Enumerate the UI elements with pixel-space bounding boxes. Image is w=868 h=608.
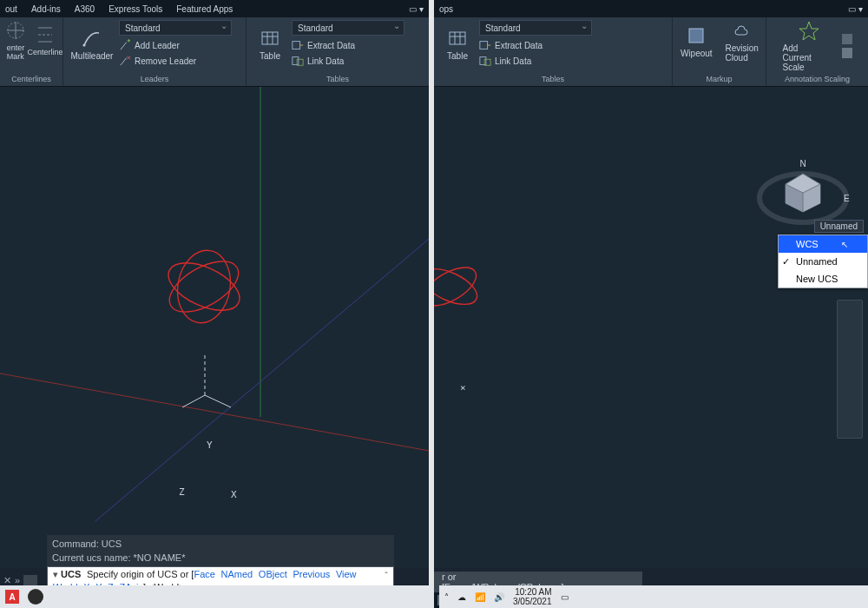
tab-ops[interactable]: ops (439, 4, 453, 14)
table-style-dropdown-left[interactable]: Standard (292, 20, 404, 36)
svg-point-33 (434, 260, 482, 314)
axis-y-label: Y (207, 439, 213, 451)
right-pane: ops ▭ ▾ Table Standard (434, 0, 868, 608)
clock-date: 3/05/2021 (513, 597, 552, 606)
table-style-dropdown-right[interactable]: Standard (479, 20, 592, 36)
tray-volume-icon[interactable]: 🔊 (494, 592, 504, 602)
link-data-button-right[interactable]: Link Data (479, 54, 592, 68)
tab-a360[interactable]: A360 (75, 4, 95, 14)
tab-out[interactable]: out (5, 4, 17, 14)
svg-line-16 (95, 235, 434, 521)
navigation-bar[interactable] (837, 300, 863, 439)
svg-rect-11 (293, 42, 300, 50)
tab-featured[interactable]: Featured Apps (176, 4, 233, 14)
clock-time[interactable]: 10:20 AM (515, 587, 551, 597)
extract-data-button-right[interactable]: Extract Data (479, 38, 592, 52)
panel-annotation-scaling-title: Annotation Scaling (772, 73, 863, 86)
add-leader-button[interactable]: Add Leader (119, 38, 232, 52)
check-icon: ✓ (782, 256, 790, 268)
panel-leaders-title: Leaders (69, 73, 240, 86)
table-button-right[interactable]: Table (439, 28, 476, 61)
extract-data-button-left[interactable]: Extract Data (292, 38, 404, 52)
link-data-button-left[interactable]: Link Data (292, 54, 404, 68)
obs-app-icon[interactable] (28, 589, 43, 605)
ucs-menu-wcs[interactable]: WCS ↖ (779, 235, 867, 253)
centerline-button[interactable]: Centerline (30, 24, 61, 56)
svg-line-21 (182, 395, 205, 407)
axis-x-label-right: × (460, 382, 466, 393)
ribbon-right: Table Standard Extract Data Link Data (434, 17, 868, 87)
ribbon-tabstrip-left: out Add-ins A360 Express Tools Featured … (0, 0, 429, 17)
ucs-menu: Unnamed WCS ↖ ✓ Unnamed New UCS (778, 235, 868, 288)
axis-x-label: X (231, 489, 237, 500)
tray-network-icon[interactable]: 📶 (475, 592, 485, 602)
ucs-menu-unnamed[interactable]: ✓ Unnamed (779, 253, 867, 270)
scale-sync-icon[interactable] (842, 48, 852, 58)
svg-line-20 (205, 395, 231, 407)
remove-leader-button[interactable]: Remove Leader (119, 54, 232, 68)
tab-panel-collapse-icon[interactable]: ▭ ▾ (409, 4, 424, 14)
svg-point-32 (434, 261, 483, 312)
svg-point-17 (161, 253, 247, 320)
ucs-menu-tag[interactable]: Unnamed (814, 220, 864, 233)
panel-tables-title-right: Tables (439, 73, 667, 86)
svg-rect-12 (293, 57, 299, 65)
svg-line-15 (0, 373, 434, 452)
tab-panel-collapse-icon-right[interactable]: ▭ ▾ (848, 4, 863, 14)
svg-point-18 (161, 251, 247, 322)
add-current-scale-button[interactable]: Add Current Scale (783, 20, 835, 72)
svg-rect-23 (450, 32, 465, 44)
left-pane: out Add-ins A360 Express Tools Featured … (0, 0, 434, 608)
svg-marker-31 (799, 22, 819, 40)
leader-style-dropdown[interactable]: Standard (119, 20, 232, 36)
svg-text:E: E (844, 194, 850, 203)
panel-tables-title-left: Tables (252, 73, 424, 86)
svg-rect-30 (689, 29, 703, 43)
tab-addins[interactable]: Add-ins (31, 4, 61, 14)
cursor-icon: ↖ (841, 240, 848, 249)
panel-centerlines-title: Centerlines (5, 73, 57, 86)
tab-express[interactable]: Express Tools (108, 4, 162, 14)
panel-markup-title: Markup (678, 73, 760, 86)
notification-icon[interactable]: ▭ (561, 592, 569, 602)
tray-cloud-icon[interactable]: ☁ (457, 592, 466, 602)
axis-z-label: Z (179, 486, 185, 498)
svg-rect-27 (480, 42, 488, 50)
ucs-menu-newucs[interactable]: New UCS (779, 270, 867, 287)
table-button-left[interactable]: Table (252, 28, 288, 61)
ribbon-tabstrip-right: ops ▭ ▾ (434, 0, 868, 17)
command-history: Command: UCS Current ucs name: *NO NAME* (47, 535, 394, 566)
svg-text:N: N (799, 159, 806, 169)
revision-cloud-button[interactable]: Revision Cloud (724, 20, 761, 63)
windows-taskbar-right: ˄ ☁ 📶 🔊 10:20 AM 3/05/2021 ▭ (439, 585, 868, 608)
center-mark-button[interactable]: enterMark (5, 20, 26, 61)
autocad-app-icon[interactable]: A (5, 590, 19, 604)
svg-rect-28 (480, 57, 486, 65)
svg-point-6 (82, 43, 85, 46)
windows-taskbar-left: A (0, 585, 434, 608)
ribbon-left: enterMark Centerline Centerlines Multile… (0, 17, 429, 87)
drawing-canvas-left[interactable]: X Y Z (0, 87, 429, 568)
scale-list-icon[interactable] (842, 34, 852, 44)
wipeout-button[interactable]: Wipeout (678, 25, 715, 58)
tray-up-icon[interactable]: ˄ (444, 592, 449, 602)
svg-rect-7 (262, 32, 278, 44)
svg-point-19 (172, 246, 236, 327)
multileader-button[interactable]: Multileader (69, 28, 115, 61)
